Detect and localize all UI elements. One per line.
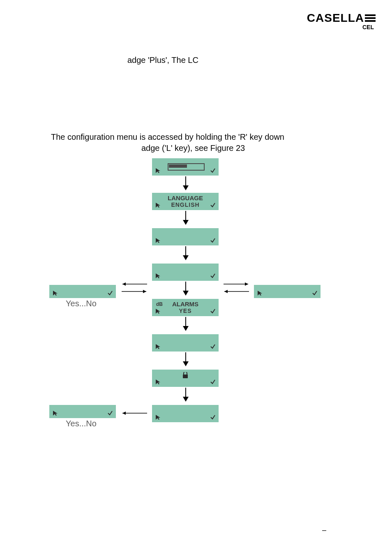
check-icon [210,308,216,314]
box-lock [152,370,219,387]
logo-subtext: CEL [307,24,374,30]
box-right-branch [254,285,321,298]
cursor-icon [154,237,161,244]
svg-marker-18 [143,290,146,293]
box-step-3 [152,228,219,245]
check-icon [210,237,216,244]
progress-fill-icon [169,164,187,168]
arrow-down-icon [182,282,189,296]
box-language-text: LANGUAGE ENGLISH [168,195,203,208]
arrow-down-icon [182,211,189,226]
box-step-8 [152,405,219,422]
language-value: ENGLISH [168,201,203,208]
language-label: LANGUAGE [168,194,203,201]
yesno-caption-2: Yes...No [66,419,97,428]
yesno-caption-1: Yes...No [66,299,97,308]
arrow-down-icon [182,176,189,191]
lock-icon [182,372,188,379]
box-alarms: dB ALARMS YES [152,299,219,316]
svg-marker-20 [245,282,248,286]
page-footer-mark: – [322,526,326,534]
para-line1: The configuration menu is accessed by ho… [51,132,284,141]
cursor-icon [154,167,161,174]
svg-marker-1 [183,185,189,190]
arrow-down-icon [182,388,189,402]
cursor-icon [154,273,161,279]
box-language: LANGUAGE ENGLISH [152,193,219,210]
cursor-icon [52,410,58,416]
cursor-icon [154,308,161,314]
arrow-down-icon [182,246,189,261]
box-left-branch [49,285,116,298]
check-icon [107,410,113,416]
svg-rect-12 [183,375,188,378]
cursor-icon [154,379,161,385]
cursor-icon [154,202,161,208]
check-icon [210,273,216,279]
arrow-left-icon [118,409,150,417]
config-paragraph: The configuration menu is accessed by ho… [51,132,343,154]
check-icon [210,414,216,421]
svg-marker-3 [183,220,189,225]
cursor-icon [154,414,161,421]
box-alarms-text: ALARMS YES [172,301,198,314]
svg-marker-22 [224,290,228,293]
para-line2: adge ('L' key), see Figure 23 [141,143,245,154]
config-flow-diagram: LANGUAGE ENGLISH dB ALARMS YES [49,158,341,495]
db-label: dB [156,301,163,307]
logo-text: CASELLA [307,12,364,25]
svg-marker-5 [183,255,189,260]
check-icon [210,343,216,350]
box-startup [152,158,219,176]
arrow-down-icon [182,352,189,367]
alarms-label: ALARMS [172,301,198,308]
alarms-value: YES [172,308,198,314]
brand-logo: CASELLA CEL [307,12,376,30]
box-bottom-left [49,405,116,418]
svg-marker-11 [183,361,189,366]
text-fragment-1: adge 'Plus', The LC [127,56,198,65]
arrows-right-bidir [220,280,252,296]
arrow-down-icon [182,317,189,332]
logo-bars-icon [365,14,376,22]
svg-marker-16 [122,282,126,286]
check-icon [210,379,216,385]
svg-marker-7 [183,291,189,296]
check-icon [210,202,216,208]
box-step-4 [152,264,219,281]
box-step-6 [152,334,219,352]
svg-marker-9 [183,326,189,331]
svg-marker-14 [183,397,189,402]
check-icon [311,290,318,296]
check-icon [210,167,216,174]
cursor-icon [154,343,161,350]
cursor-icon [256,290,263,296]
cursor-icon [52,290,58,296]
arrows-left-bidir [118,280,150,296]
check-icon [107,290,113,296]
svg-marker-24 [122,412,126,415]
